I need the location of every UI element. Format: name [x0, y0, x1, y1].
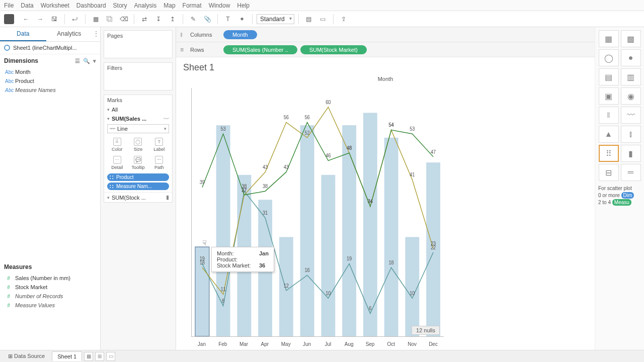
- field-month[interactable]: AbcMonth: [2, 67, 98, 76]
- svg-text:46: 46: [326, 153, 331, 159]
- nulls-badge[interactable]: 12 nulls: [412, 326, 440, 335]
- pill-measurenames[interactable]: Measure Nam...: [107, 183, 169, 190]
- datasource-item[interactable]: Sheet1 (lineChartMultipl...: [0, 42, 100, 54]
- tab-analytics[interactable]: Analytics: [46, 27, 93, 41]
- new-datasource-icon[interactable]: ⮐: [69, 13, 81, 25]
- sm-dual[interactable]: ⫿: [621, 126, 641, 143]
- sm-box[interactable]: ⊟: [599, 164, 619, 181]
- mark-color[interactable]: ⠿Color: [107, 136, 127, 153]
- svg-rect-7: [342, 125, 356, 336]
- tab-datasource[interactable]: ⊞ Data Source: [3, 351, 50, 361]
- rows-shelf[interactable]: ≡ Rows SUM(Sales (Number .. SUM(Stock Ma…: [176, 42, 595, 57]
- sm-scatter[interactable]: ⠿: [599, 145, 619, 162]
- field-measure-names[interactable]: AbcMeasure Names: [2, 85, 98, 95]
- share-icon[interactable]: ⇪: [338, 13, 350, 25]
- sm-area[interactable]: ▲: [599, 126, 619, 143]
- sm-heatmap[interactable]: ▩: [621, 30, 641, 47]
- field-sales-number-in-mm-[interactable]: #Sales (Number in mm): [2, 274, 98, 283]
- svg-text:47: 47: [431, 149, 436, 155]
- sheet-title[interactable]: Sheet 1: [176, 57, 595, 76]
- save-icon[interactable]: 🖫: [48, 13, 60, 25]
- forward-icon[interactable]: →: [34, 13, 46, 25]
- showme-toggle-icon[interactable]: ▤: [303, 13, 315, 25]
- sm-circle[interactable]: ◉: [621, 87, 641, 105]
- mark-path[interactable]: 〰Path: [149, 154, 169, 171]
- menu-window[interactable]: Window: [209, 2, 230, 9]
- marks-all[interactable]: ▾All: [104, 105, 172, 114]
- field-number-of-records[interactable]: #Number of Records: [2, 292, 98, 301]
- tab-data[interactable]: Data: [0, 27, 46, 41]
- svg-text:41: 41: [410, 172, 415, 178]
- mark-tooltip[interactable]: 💬Tooltip: [128, 154, 148, 171]
- clear-icon[interactable]: ⌫: [118, 13, 130, 25]
- back-icon[interactable]: ←: [20, 13, 32, 25]
- sm-map1[interactable]: ◯: [599, 49, 619, 66]
- present-icon[interactable]: ▭: [317, 13, 329, 25]
- menu-format[interactable]: Format: [183, 2, 202, 9]
- svg-text:53: 53: [410, 126, 415, 132]
- menu-analysis[interactable]: Analysis: [134, 2, 157, 9]
- new-story-icon[interactable]: ▭: [106, 352, 115, 361]
- svg-text:31: 31: [263, 210, 268, 216]
- new-worksheet-icon[interactable]: ▦: [90, 13, 102, 25]
- pill-product[interactable]: Product: [107, 173, 169, 181]
- data-pane: Data Analytics ⋮ Sheet1 (lineChartMultip…: [0, 27, 101, 350]
- field-stock-market[interactable]: #Stock Market: [2, 283, 98, 292]
- dropdown-icon[interactable]: ▾: [93, 58, 96, 64]
- menu-file[interactable]: File: [4, 2, 14, 9]
- menu-dashboard[interactable]: Dashboard: [76, 2, 106, 9]
- sm-text-table[interactable]: ▦: [599, 30, 619, 47]
- sm-hbar[interactable]: ▤: [599, 68, 619, 85]
- pane-menu-icon[interactable]: ⋮: [92, 27, 100, 41]
- menu-help[interactable]: Help: [237, 2, 250, 9]
- menu-data[interactable]: Data: [21, 2, 33, 9]
- columns-shelf[interactable]: ⦀ Columns Month: [176, 27, 595, 42]
- field-measure-values[interactable]: #Measure Values: [2, 301, 98, 310]
- duplicate-icon[interactable]: ⿻: [104, 13, 116, 25]
- pin-icon[interactable]: ✦: [236, 13, 248, 25]
- marks-stock[interactable]: ▾SUM(Stock ...▮: [104, 192, 172, 202]
- field-product[interactable]: AbcProduct: [2, 76, 98, 85]
- app-logo-icon: [4, 14, 14, 24]
- group-icon[interactable]: 📎: [201, 13, 213, 25]
- menu-map[interactable]: Map: [164, 2, 175, 9]
- sm-stackbar[interactable]: ▥: [621, 68, 641, 85]
- marks-card: Marks ▾All ▾SUM(Sales ...〰 〰Line ⠿Color◯…: [104, 95, 173, 203]
- sm-histogram[interactable]: ▮: [621, 145, 641, 162]
- chart-plot[interactable]: 1983831121610196181022181137435652604834…: [191, 88, 444, 337]
- pill-sum-sales[interactable]: SUM(Sales (Number ..: [223, 45, 297, 54]
- mark-detail[interactable]: ⋯Detail: [107, 154, 127, 171]
- marks-sales[interactable]: ▾SUM(Sales ...〰: [104, 114, 172, 123]
- sm-map2[interactable]: ●: [621, 49, 641, 66]
- swap-icon[interactable]: ⇄: [138, 13, 150, 25]
- mark-size[interactable]: ◯Size: [128, 136, 148, 153]
- svg-text:19: 19: [347, 256, 352, 262]
- sm-gantt[interactable]: ═: [621, 164, 641, 181]
- sm-treemap[interactable]: ▣: [599, 87, 619, 105]
- sm-line[interactable]: 〰: [621, 107, 641, 124]
- pages-card[interactable]: Pages: [104, 30, 173, 58]
- search-icon[interactable]: 🔍: [83, 58, 90, 64]
- svg-rect-6: [321, 175, 335, 336]
- sort-desc-icon[interactable]: ↥: [167, 13, 179, 25]
- svg-text:10: 10: [410, 290, 415, 296]
- filters-card[interactable]: Filters: [104, 62, 173, 90]
- pill-month[interactable]: Month: [223, 30, 257, 39]
- fit-dropdown[interactable]: Standard: [257, 14, 294, 24]
- sort-asc-icon[interactable]: ↧: [152, 13, 165, 25]
- svg-text:56: 56: [304, 115, 310, 121]
- sm-side[interactable]: ⦀: [599, 107, 619, 124]
- labels-icon[interactable]: T: [222, 13, 234, 25]
- menu-worksheet[interactable]: Worksheet: [41, 2, 69, 9]
- mark-type-dropdown[interactable]: 〰Line: [107, 124, 169, 133]
- showme-panel: ▦ ▩ ◯ ● ▤ ▥ ▣ ◉ ⦀ 〰 ▲ ⫿ ⠿ ▮ ⊟ ═ For scat…: [595, 27, 644, 350]
- pill-sum-stock[interactable]: SUM(Stock Market): [300, 45, 367, 54]
- highlight-icon[interactable]: ✎: [187, 13, 199, 25]
- menu-story[interactable]: Story: [113, 2, 127, 9]
- tab-sheet1[interactable]: Sheet 1: [52, 351, 82, 361]
- new-sheet-icon[interactable]: ▦: [84, 352, 93, 361]
- mark-label[interactable]: TLabel: [149, 136, 169, 153]
- new-dashboard-icon[interactable]: ⊞: [95, 352, 104, 361]
- svg-text:16: 16: [304, 267, 310, 274]
- view-list-icon[interactable]: ☰: [75, 58, 80, 64]
